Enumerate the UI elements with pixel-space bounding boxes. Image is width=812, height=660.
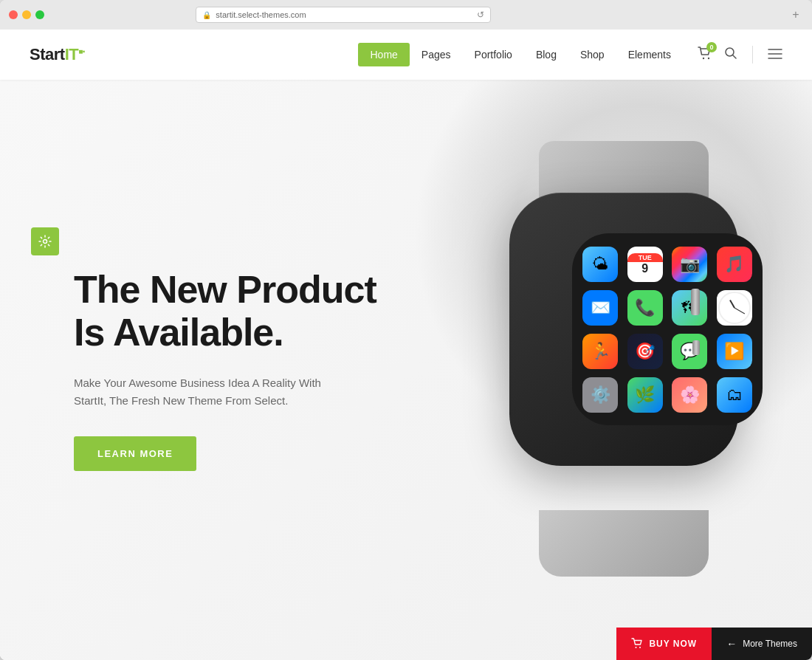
nav-portfolio[interactable]: Portfolio xyxy=(463,43,524,66)
svg-point-3 xyxy=(44,240,47,244)
hero-title-line2: Is Available. xyxy=(74,311,283,354)
watch-illustration: 🌤 TUE 9 📷 🎵 ✉️ 📞 🗺 xyxy=(465,171,775,540)
url-text: startit.select-themes.com xyxy=(216,10,306,19)
svg-point-5 xyxy=(639,647,641,648)
watch-band-top xyxy=(539,141,709,200)
address-bar[interactable]: 🔒 startit.select-themes.com ↺ xyxy=(196,7,491,23)
app-icon-photos: 📷 xyxy=(672,247,707,282)
watch-side-button xyxy=(692,340,700,355)
learn-more-button[interactable]: LEARN MORE xyxy=(74,436,196,471)
nav-pages[interactable]: Pages xyxy=(410,43,463,66)
app-icon-music: 🎵 xyxy=(717,247,752,282)
refresh-icon[interactable]: ↺ xyxy=(477,10,484,20)
nav-blog[interactable]: Blog xyxy=(524,43,568,66)
app-icon-extra1: 🌸 xyxy=(672,377,707,413)
menu-button[interactable] xyxy=(768,47,782,63)
minimize-button[interactable] xyxy=(22,10,31,19)
app-icon-store: 🗂 xyxy=(717,377,752,413)
buy-now-button[interactable]: BUY NOW xyxy=(616,628,712,660)
cart-badge: 0 xyxy=(706,42,717,52)
logo-it: IT xyxy=(65,45,79,63)
svg-point-2 xyxy=(726,48,734,56)
close-button[interactable] xyxy=(9,10,18,19)
search-button[interactable] xyxy=(724,47,737,63)
app-icon-mail: ✉️ xyxy=(582,290,618,326)
nav-icons: 0 xyxy=(698,46,782,63)
logo-dot: ■▪ xyxy=(78,47,85,55)
more-themes-label: More Themes xyxy=(743,639,797,649)
nav-shop[interactable]: Shop xyxy=(568,43,616,66)
app-icon-activity: 🎯 xyxy=(627,334,663,369)
hero-image: 🌤 TUE 9 📷 🎵 ✉️ 📞 🗺 xyxy=(406,80,812,645)
site-nav: StartIT■▪ Home Pages Portfolio Blog Shop… xyxy=(0,30,812,80)
website-content: StartIT■▪ Home Pages Portfolio Blog Shop… xyxy=(0,30,812,660)
svg-point-1 xyxy=(708,57,709,58)
svg-point-0 xyxy=(703,57,704,58)
hero-title-line1: The New Product xyxy=(74,268,376,311)
more-themes-button[interactable]: ← More Themes xyxy=(712,628,812,660)
watch-screen: 🌤 TUE 9 📷 🎵 ✉️ 📞 🗺 xyxy=(572,233,763,425)
app-icon-fitness: 🏃 xyxy=(582,334,618,369)
watch-screen-inner: 🌤 TUE 9 📷 🎵 ✉️ 📞 🗺 xyxy=(572,233,763,425)
traffic-lights xyxy=(9,10,44,19)
hero-title: The New Product Is Available. xyxy=(74,269,376,353)
watch-body: 🌤 TUE 9 📷 🎵 ✉️ 📞 🗺 xyxy=(509,193,738,466)
floating-settings-button[interactable] xyxy=(31,227,59,255)
app-icon-activity2: 🌿 xyxy=(627,377,663,413)
site-logo[interactable]: StartIT■▪ xyxy=(30,45,85,64)
hero-subtitle: Make Your Awesome Business Idea A Realit… xyxy=(74,374,354,410)
arrow-left-icon: ← xyxy=(726,638,737,650)
new-tab-button[interactable]: + xyxy=(788,7,803,22)
watch-crown xyxy=(691,289,700,315)
nav-divider xyxy=(752,46,753,63)
bottom-actions: BUY NOW ← More Themes xyxy=(616,628,812,660)
nav-links: Home Pages Portfolio Blog Shop Elements xyxy=(358,43,683,66)
app-icon-phone: 📞 xyxy=(627,290,663,326)
app-icon-maps: 🗺 xyxy=(672,290,707,326)
app-icon-tv: ▶️ xyxy=(717,334,752,369)
svg-point-4 xyxy=(636,647,637,648)
app-icon-clock xyxy=(717,290,752,326)
nav-home[interactable]: Home xyxy=(358,43,409,66)
maximize-button[interactable] xyxy=(35,10,44,19)
buy-now-label: BUY NOW xyxy=(649,639,697,649)
browser-window: 🔒 startit.select-themes.com ↺ + StartIT■… xyxy=(0,0,812,660)
browser-titlebar: 🔒 startit.select-themes.com ↺ + xyxy=(0,0,812,30)
hero-content: The New Product Is Available. Make Your … xyxy=(0,269,376,470)
app-icon-weather: 🌤 xyxy=(582,247,618,282)
app-icon-messages: 💬 xyxy=(672,334,707,369)
app-icon-settings: ⚙️ xyxy=(582,377,618,413)
app-icon-calendar: TUE 9 xyxy=(627,247,663,282)
hero-section: The New Product Is Available. Make Your … xyxy=(0,80,812,660)
nav-elements[interactable]: Elements xyxy=(616,43,683,66)
cart-button[interactable]: 0 xyxy=(698,47,712,63)
watch-band-bottom xyxy=(539,510,709,577)
lock-icon: 🔒 xyxy=(202,11,211,19)
